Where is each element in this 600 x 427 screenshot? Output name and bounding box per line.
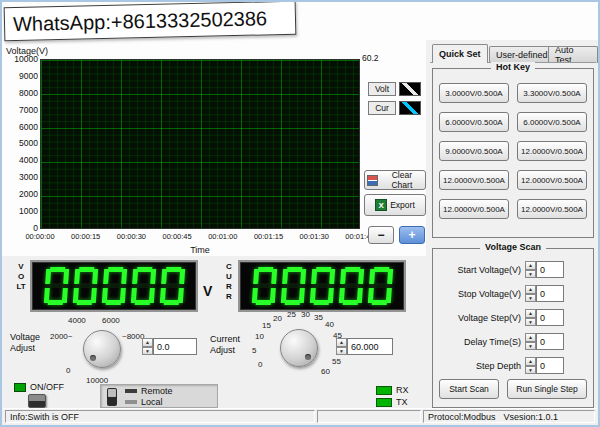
export-button[interactable]: X Export: [364, 194, 426, 216]
stop-voltage-label: Stop Voltage(V): [437, 289, 521, 299]
current-adjust-label: Current Adjust: [210, 334, 254, 356]
hotkey-button[interactable]: 12.0000V/0.500A: [517, 141, 587, 161]
spinner-up-icon[interactable]: ▲: [525, 285, 536, 294]
step-depth-label: Step Depth: [437, 361, 521, 371]
x-axis-tick: 00:01:30: [292, 232, 336, 241]
delay-time-input[interactable]: 0: [536, 333, 564, 350]
export-label: Export: [390, 200, 415, 210]
spinner-down-icon[interactable]: ▼: [142, 347, 153, 356]
hotkey-button[interactable]: 3.0000V/0.500A: [439, 83, 509, 103]
delay-time-label: Delay Time(S): [437, 337, 521, 347]
status-info-cell: Info:Swith is OFF: [5, 410, 315, 423]
tx-label: TX: [396, 397, 408, 407]
knob-tick-label: 40: [325, 320, 334, 329]
knob-tick-label: 35: [314, 313, 323, 322]
remote-local-slide-switch[interactable]: [107, 388, 117, 406]
zoom-buttons: − +: [368, 226, 425, 244]
voltage-step-input[interactable]: 0: [536, 309, 564, 326]
y-axis-tick: 2000: [19, 189, 38, 199]
status-middle-cell: [317, 410, 421, 423]
start-voltage-control: ▲▼ 0: [525, 261, 564, 278]
status-version-text: Vsesion:1.0.1: [504, 412, 559, 422]
volt-display-side-label: VOLT: [16, 262, 26, 292]
step-depth-input[interactable]: 0: [536, 357, 564, 374]
hot-key-group: Hot Key 3.0000V/0.500A 3.3000V/0.500A 6.…: [432, 68, 594, 238]
rx-indicator-row: RX: [376, 385, 409, 395]
spinner-up-icon[interactable]: ▲: [525, 333, 536, 342]
y-axis-tick: 3000: [19, 172, 38, 182]
chart-plot-area: [40, 59, 360, 229]
spinner: ▲▼: [525, 309, 536, 326]
right-axis-value: 60.2: [362, 53, 379, 63]
spinner-down-icon[interactable]: ▼: [336, 347, 347, 356]
y-axis-tick: 5000: [19, 138, 38, 148]
legend-cur: Cur: [368, 101, 421, 115]
current-adjust-control: ▲ ▼ 60.000: [336, 338, 393, 355]
knob-tick-label: 25: [287, 310, 296, 319]
x-axis-tick: 00:01:00: [201, 232, 245, 241]
onoff-rocker-switch[interactable]: [28, 394, 46, 408]
hotkey-button[interactable]: 3.3000V/0.500A: [517, 83, 587, 103]
voltage-step-label: Voltage Step(V): [437, 313, 521, 323]
spinner-up-icon[interactable]: ▲: [525, 309, 536, 318]
hotkey-button[interactable]: 12.0000V/0.500A: [517, 170, 587, 190]
tab-auto-test[interactable]: Auto Test: [548, 46, 598, 63]
chart-legend: Volt Cur: [368, 82, 421, 115]
knob-tick-label: 60: [321, 367, 330, 376]
knob-tick-label: 5: [252, 346, 256, 355]
knob-pointer-dot: [305, 354, 311, 360]
hotkey-button[interactable]: 6.0000V/0.500A: [517, 112, 587, 132]
hotkey-button[interactable]: 6.0000V/0.500A: [439, 112, 509, 132]
y-axis-ticks: 10000 9000 8000 7000 6000 5000 4000 3000…: [4, 54, 38, 233]
tab-quick-set[interactable]: Quick Set: [432, 44, 488, 63]
zoom-out-button[interactable]: −: [368, 226, 394, 244]
y-axis-tick: 10000: [14, 54, 38, 64]
hotkey-button[interactable]: 12.0000V/0.500A: [439, 170, 509, 190]
excel-export-icon: X: [375, 199, 387, 211]
knob-pointer-dot: [90, 355, 96, 361]
spinner-down-icon[interactable]: ▼: [525, 318, 536, 327]
current-adjust-knob[interactable]: [280, 329, 318, 367]
voltage-scan-group: Voltage Scan Start Voltage(V) ▲▼ 0 Stop …: [432, 248, 594, 408]
onoff-block: ON/OFF: [14, 382, 64, 392]
knob-tick-label: 55: [332, 357, 341, 366]
knob-tick-label: 6000: [102, 316, 120, 325]
start-voltage-input[interactable]: 0: [536, 261, 564, 278]
knob-tick-label: 0: [66, 366, 70, 375]
zoom-in-button[interactable]: +: [399, 226, 425, 244]
run-single-step-button[interactable]: Run Single Step: [507, 379, 587, 399]
x-axis-tick: 00:00:00: [18, 232, 62, 241]
remote-label: Remote: [141, 386, 173, 396]
hotkey-button[interactable]: 9.0000V/0.500A: [439, 141, 509, 161]
spinner-up-icon[interactable]: ▲: [525, 357, 536, 366]
onoff-label: ON/OFF: [30, 382, 64, 392]
tab-user-defined[interactable]: User-defined: [489, 46, 555, 63]
y-axis-tick: 8000: [19, 88, 38, 98]
voltage-adjust-input[interactable]: 0.0: [153, 338, 197, 355]
spinner-down-icon[interactable]: ▼: [525, 270, 536, 279]
hotkey-button[interactable]: 12.0000V/0.500A: [439, 199, 509, 219]
spinner-up-icon[interactable]: ▲: [525, 261, 536, 270]
spinner-up-icon[interactable]: ▲: [336, 338, 347, 347]
x-axis-label: Time: [160, 245, 240, 255]
spinner-up-icon[interactable]: ▲: [142, 338, 153, 347]
spinner-down-icon[interactable]: ▼: [525, 342, 536, 351]
status-info-text: Info:Swith is OFF: [10, 412, 79, 422]
curr-display: [238, 260, 406, 312]
start-scan-button[interactable]: Start Scan: [439, 379, 499, 399]
knob-tick-label: 2000~: [50, 332, 72, 341]
start-voltage-label: Start Voltage(V): [437, 265, 521, 275]
legend-cur-label: Cur: [368, 101, 396, 115]
start-voltage-row: Start Voltage(V) ▲▼ 0: [437, 261, 564, 278]
current-adjust-input[interactable]: 60.000: [347, 338, 393, 355]
x-axis-tick: 00:00:15: [64, 232, 108, 241]
rx-led-indicator: [376, 386, 392, 395]
legend-volt-label: Volt: [368, 82, 396, 96]
stop-voltage-input[interactable]: 0: [536, 285, 564, 302]
clear-chart-button[interactable]: Clear Chart: [364, 170, 426, 190]
spinner-down-icon[interactable]: ▼: [525, 294, 536, 303]
voltage-adjust-knob[interactable]: [83, 330, 121, 368]
status-bar: Info:Swith is OFF Protocol:Modbus Vsesio…: [3, 408, 597, 424]
spinner-down-icon[interactable]: ▼: [525, 366, 536, 375]
hotkey-button[interactable]: 12.0000V/0.500A: [517, 199, 587, 219]
